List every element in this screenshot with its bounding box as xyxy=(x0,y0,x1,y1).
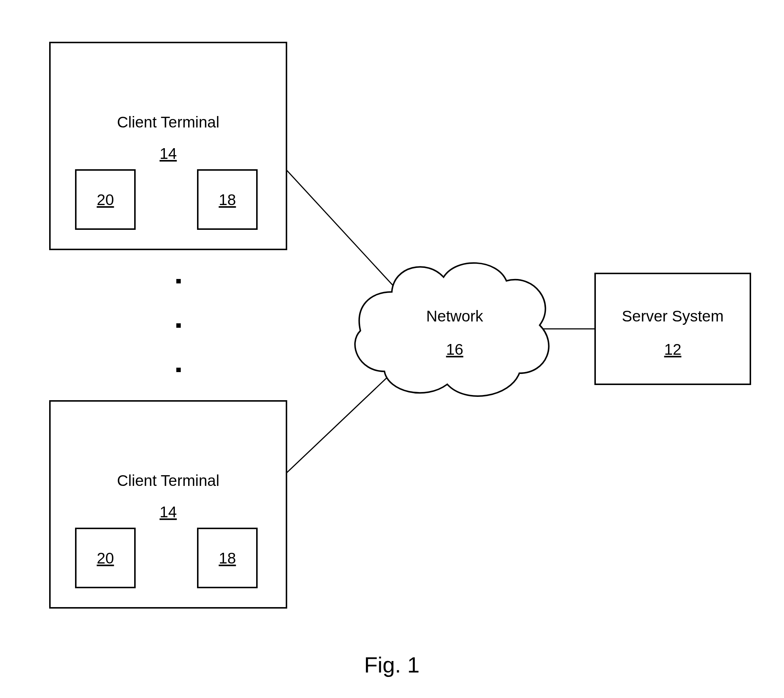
line-client2-network xyxy=(287,369,395,473)
client2-box-20-label: 20 xyxy=(97,550,114,567)
svg-rect-3 xyxy=(176,368,181,372)
client2-ref: 14 xyxy=(160,503,177,521)
diagram: Client Terminal 14 20 18 Client Terminal… xyxy=(0,0,784,698)
svg-rect-2 xyxy=(176,323,181,328)
ellipsis-dots xyxy=(176,279,181,372)
server-system: Server System 12 xyxy=(595,273,750,384)
client2-box-18-label: 18 xyxy=(219,550,236,567)
client1-title: Client Terminal xyxy=(117,114,219,131)
client-terminal-1: Client Terminal 14 20 18 xyxy=(50,43,287,249)
client1-ref: 14 xyxy=(160,145,177,162)
svg-rect-5 xyxy=(595,273,750,384)
figure-caption: Fig. 1 xyxy=(364,652,420,677)
server-ref: 12 xyxy=(664,341,682,358)
network-ref: 16 xyxy=(446,341,463,358)
network-cloud: Network 16 xyxy=(355,263,548,396)
client2-title: Client Terminal xyxy=(117,472,219,489)
line-client1-network xyxy=(287,170,395,288)
client-terminal-2: Client Terminal 14 20 18 xyxy=(50,401,287,608)
server-title: Server System xyxy=(622,308,723,325)
client1-box-20-label: 20 xyxy=(97,191,114,208)
svg-rect-1 xyxy=(176,279,181,283)
client1-box-18-label: 18 xyxy=(219,191,236,208)
network-title: Network xyxy=(426,308,484,325)
